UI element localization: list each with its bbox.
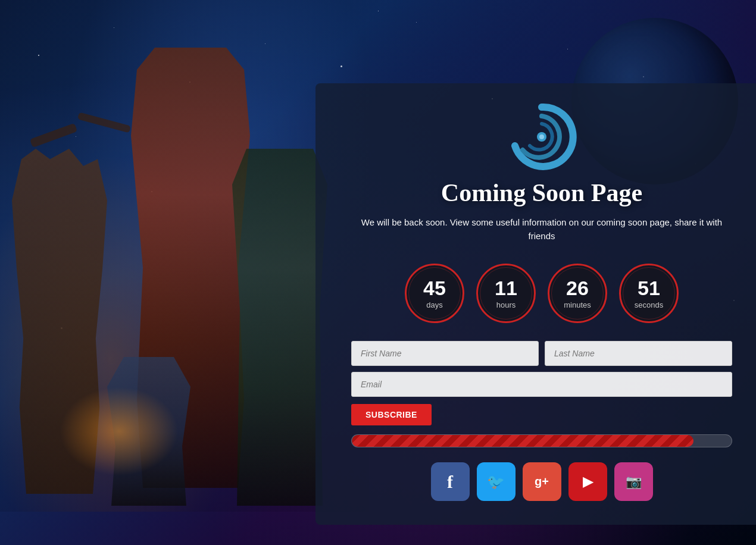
seconds-circle: 51 seconds [619, 264, 679, 323]
social-icons-row: f 🐦 g+ ▶ 📷 [351, 462, 732, 501]
hours-value: 11 [495, 278, 517, 298]
page-subtitle: We will be back soon. View some useful i… [351, 216, 732, 243]
logo-area [351, 101, 732, 173]
hours-label: hours [496, 300, 516, 309]
google-plus-button[interactable]: g+ [523, 462, 561, 501]
logo-icon [506, 101, 577, 173]
minutes-value: 26 [566, 278, 589, 298]
youtube-button[interactable]: ▶ [568, 462, 607, 501]
minutes-label: minutes [564, 300, 591, 309]
instagram-button[interactable]: 📷 [614, 462, 653, 501]
countdown-seconds: 51 seconds [619, 264, 679, 323]
days-circle: 45 days [405, 264, 464, 323]
facebook-icon: f [447, 472, 453, 492]
countdown-days: 45 days [405, 264, 464, 323]
name-fields-row [351, 341, 732, 366]
countdown-row: 45 days 11 hours 26 minutes 51 seconds [351, 264, 732, 323]
twitter-button[interactable]: 🐦 [477, 462, 516, 501]
minutes-circle: 26 minutes [548, 264, 607, 323]
page-title: Coming Soon Page [351, 178, 732, 207]
progress-bar-fill [352, 435, 693, 447]
youtube-icon: ▶ [583, 474, 593, 490]
svg-point-1 [539, 134, 544, 139]
characters-background [0, 0, 369, 512]
progress-bar-container [351, 434, 732, 447]
first-name-input[interactable] [351, 341, 539, 366]
last-name-input[interactable] [545, 341, 732, 366]
seconds-value: 51 [638, 278, 660, 298]
days-label: days [426, 300, 442, 309]
subscribe-button[interactable]: Subscribe [351, 404, 432, 425]
seconds-label: seconds [635, 300, 663, 309]
hours-circle: 11 hours [476, 264, 536, 323]
facebook-button[interactable]: f [431, 462, 470, 501]
instagram-icon: 📷 [626, 474, 642, 490]
email-input[interactable] [351, 372, 732, 397]
twitter-icon: 🐦 [487, 474, 505, 490]
content-panel: Coming Soon Page We will be back soon. V… [315, 83, 756, 525]
countdown-minutes: 26 minutes [548, 264, 607, 323]
google-plus-icon: g+ [535, 475, 549, 488]
countdown-hours: 11 hours [476, 264, 536, 323]
days-value: 45 [423, 278, 446, 298]
